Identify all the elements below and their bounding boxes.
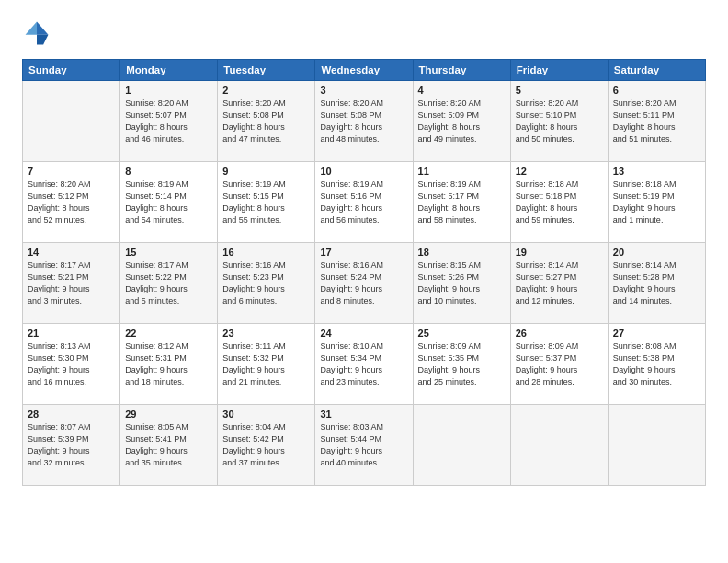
svg-marker-2	[26, 22, 37, 35]
calendar-cell: 10Sunrise: 8:19 AMSunset: 5:16 PMDayligh…	[315, 162, 413, 243]
header-row: SundayMondayTuesdayWednesdayThursdayFrid…	[23, 60, 706, 81]
day-info: Sunrise: 8:09 AMSunset: 5:37 PMDaylight:…	[516, 340, 603, 388]
day-info: Sunrise: 8:20 AMSunset: 5:08 PMDaylight:…	[320, 98, 407, 145]
calendar-cell	[413, 405, 510, 486]
day-number: 23	[222, 327, 310, 339]
calendar-cell: 13Sunrise: 8:18 AMSunset: 5:19 PMDayligh…	[608, 162, 705, 243]
day-number: 15	[125, 247, 212, 258]
header-day: Sunday	[23, 60, 120, 81]
day-number: 3	[320, 85, 407, 96]
day-number: 4	[418, 85, 506, 96]
calendar-cell: 25Sunrise: 8:09 AMSunset: 5:35 PMDayligh…	[413, 324, 510, 405]
calendar-cell: 30Sunrise: 8:04 AMSunset: 5:42 PMDayligh…	[218, 405, 315, 486]
day-info: Sunrise: 8:13 AMSunset: 5:30 PMDaylight:…	[28, 340, 115, 388]
day-number: 27	[613, 327, 700, 339]
day-number: 9	[222, 166, 310, 177]
header-day: Wednesday	[315, 60, 413, 81]
calendar-cell: 21Sunrise: 8:13 AMSunset: 5:30 PMDayligh…	[23, 324, 120, 405]
day-info: Sunrise: 8:20 AMSunset: 5:10 PMDaylight:…	[516, 98, 603, 145]
calendar-cell: 23Sunrise: 8:11 AMSunset: 5:32 PMDayligh…	[218, 324, 315, 405]
calendar-cell: 5Sunrise: 8:20 AMSunset: 5:10 PMDaylight…	[510, 81, 608, 162]
day-info: Sunrise: 8:14 AMSunset: 5:28 PMDaylight:…	[613, 259, 700, 307]
day-number: 10	[320, 166, 407, 177]
day-info: Sunrise: 8:20 AMSunset: 5:09 PMDaylight:…	[418, 98, 506, 145]
calendar-cell	[608, 405, 705, 486]
calendar-cell: 24Sunrise: 8:10 AMSunset: 5:34 PMDayligh…	[315, 324, 413, 405]
day-info: Sunrise: 8:19 AMSunset: 5:14 PMDaylight:…	[125, 178, 212, 226]
day-number: 28	[28, 408, 115, 419]
day-number: 6	[613, 85, 700, 96]
calendar-cell: 1Sunrise: 8:20 AMSunset: 5:07 PMDaylight…	[120, 81, 218, 162]
day-info: Sunrise: 8:04 AMSunset: 5:42 PMDaylight:…	[222, 421, 310, 469]
logo-icon	[22, 18, 51, 48]
day-info: Sunrise: 8:20 AMSunset: 5:08 PMDaylight:…	[222, 98, 310, 145]
day-number: 13	[613, 166, 700, 177]
day-info: Sunrise: 8:14 AMSunset: 5:27 PMDaylight:…	[516, 259, 603, 307]
header-day: Saturday	[608, 60, 705, 81]
day-info: Sunrise: 8:07 AMSunset: 5:39 PMDaylight:…	[28, 421, 115, 469]
calendar-week-row: 28Sunrise: 8:07 AMSunset: 5:39 PMDayligh…	[23, 405, 706, 486]
calendar-table: SundayMondayTuesdayWednesdayThursdayFrid…	[22, 59, 706, 486]
calendar-cell: 27Sunrise: 8:08 AMSunset: 5:38 PMDayligh…	[608, 324, 705, 405]
day-info: Sunrise: 8:20 AMSunset: 5:12 PMDaylight:…	[28, 178, 115, 226]
calendar-cell: 20Sunrise: 8:14 AMSunset: 5:28 PMDayligh…	[608, 243, 705, 324]
day-number: 8	[125, 166, 212, 177]
day-number: 18	[418, 247, 506, 258]
calendar-week-row: 21Sunrise: 8:13 AMSunset: 5:30 PMDayligh…	[23, 324, 706, 405]
calendar-cell: 17Sunrise: 8:16 AMSunset: 5:24 PMDayligh…	[315, 243, 413, 324]
calendar-cell: 11Sunrise: 8:19 AMSunset: 5:17 PMDayligh…	[413, 162, 510, 243]
page: SundayMondayTuesdayWednesdayThursdayFrid…	[0, 0, 728, 563]
day-info: Sunrise: 8:19 AMSunset: 5:15 PMDaylight:…	[222, 178, 310, 226]
day-info: Sunrise: 8:15 AMSunset: 5:26 PMDaylight:…	[418, 259, 506, 307]
day-number: 30	[222, 408, 310, 419]
day-number: 21	[28, 327, 115, 339]
day-number: 29	[125, 408, 212, 419]
calendar-cell: 4Sunrise: 8:20 AMSunset: 5:09 PMDaylight…	[413, 81, 510, 162]
calendar-cell: 31Sunrise: 8:03 AMSunset: 5:44 PMDayligh…	[315, 405, 413, 486]
day-info: Sunrise: 8:18 AMSunset: 5:18 PMDaylight:…	[516, 178, 603, 226]
day-info: Sunrise: 8:17 AMSunset: 5:21 PMDaylight:…	[28, 259, 115, 307]
calendar-cell: 14Sunrise: 8:17 AMSunset: 5:21 PMDayligh…	[23, 243, 120, 324]
day-info: Sunrise: 8:11 AMSunset: 5:32 PMDaylight:…	[222, 340, 310, 388]
day-number: 26	[516, 327, 603, 339]
day-number: 1	[125, 85, 212, 96]
calendar-cell: 22Sunrise: 8:12 AMSunset: 5:31 PMDayligh…	[120, 324, 218, 405]
calendar-week-row: 14Sunrise: 8:17 AMSunset: 5:21 PMDayligh…	[23, 243, 706, 324]
day-number: 20	[613, 247, 700, 258]
header-day: Tuesday	[218, 60, 315, 81]
calendar-cell: 9Sunrise: 8:19 AMSunset: 5:15 PMDaylight…	[218, 162, 315, 243]
calendar-cell: 6Sunrise: 8:20 AMSunset: 5:11 PMDaylight…	[608, 81, 705, 162]
calendar-cell: 8Sunrise: 8:19 AMSunset: 5:14 PMDaylight…	[120, 162, 218, 243]
calendar-cell: 19Sunrise: 8:14 AMSunset: 5:27 PMDayligh…	[510, 243, 608, 324]
day-number: 5	[516, 85, 603, 96]
day-number: 24	[320, 327, 407, 339]
day-number: 25	[418, 327, 506, 339]
day-info: Sunrise: 8:10 AMSunset: 5:34 PMDaylight:…	[320, 340, 407, 388]
calendar-cell	[23, 81, 120, 162]
day-info: Sunrise: 8:16 AMSunset: 5:24 PMDaylight:…	[320, 259, 407, 307]
day-info: Sunrise: 8:17 AMSunset: 5:22 PMDaylight:…	[125, 259, 212, 307]
logo	[22, 18, 55, 48]
header-day: Friday	[510, 60, 608, 81]
calendar-cell: 15Sunrise: 8:17 AMSunset: 5:22 PMDayligh…	[120, 243, 218, 324]
header	[22, 18, 706, 48]
day-number: 7	[28, 166, 115, 177]
day-info: Sunrise: 8:19 AMSunset: 5:16 PMDaylight:…	[320, 178, 407, 226]
day-info: Sunrise: 8:19 AMSunset: 5:17 PMDaylight:…	[418, 178, 506, 226]
day-info: Sunrise: 8:08 AMSunset: 5:38 PMDaylight:…	[613, 340, 700, 388]
day-number: 19	[516, 247, 603, 258]
day-number: 14	[28, 247, 115, 258]
day-number: 2	[222, 85, 310, 96]
calendar-cell: 7Sunrise: 8:20 AMSunset: 5:12 PMDaylight…	[23, 162, 120, 243]
day-info: Sunrise: 8:20 AMSunset: 5:11 PMDaylight:…	[613, 98, 700, 145]
calendar-cell	[510, 405, 608, 486]
day-info: Sunrise: 8:12 AMSunset: 5:31 PMDaylight:…	[125, 340, 212, 388]
calendar-week-row: 7Sunrise: 8:20 AMSunset: 5:12 PMDaylight…	[23, 162, 706, 243]
calendar-cell: 26Sunrise: 8:09 AMSunset: 5:37 PMDayligh…	[510, 324, 608, 405]
calendar-cell: 12Sunrise: 8:18 AMSunset: 5:18 PMDayligh…	[510, 162, 608, 243]
calendar-cell: 16Sunrise: 8:16 AMSunset: 5:23 PMDayligh…	[218, 243, 315, 324]
calendar-week-row: 1Sunrise: 8:20 AMSunset: 5:07 PMDaylight…	[23, 81, 706, 162]
day-number: 11	[418, 166, 506, 177]
day-number: 22	[125, 327, 212, 339]
day-number: 17	[320, 247, 407, 258]
